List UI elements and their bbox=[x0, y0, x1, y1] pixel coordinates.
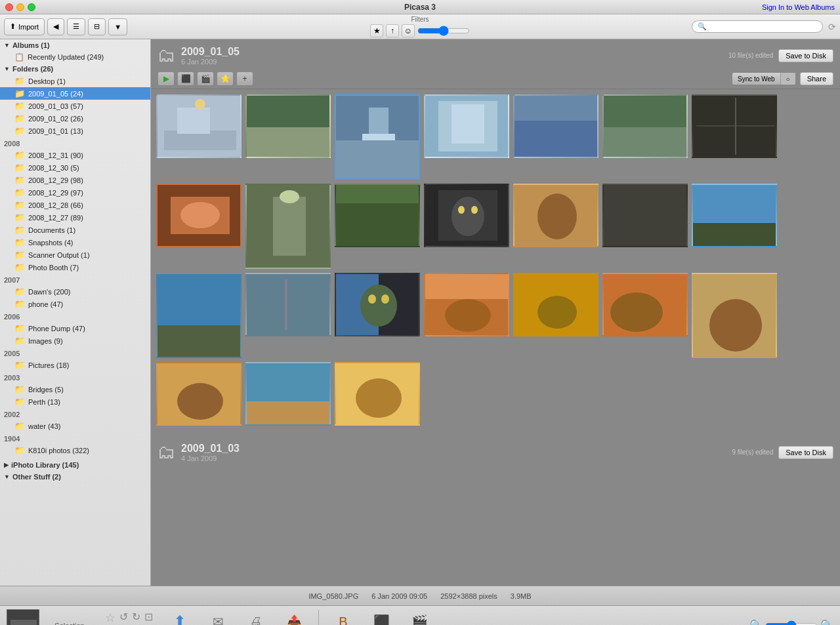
sidebar-item-2008-12-30[interactable]: 📁2008_12_30 (5) bbox=[0, 161, 150, 174]
movie-button[interactable]: 🎬 Movie bbox=[403, 610, 436, 625]
share-button[interactable]: Share bbox=[800, 72, 833, 85]
sidebar-item-2008-12-28[interactable]: 📁2008_12_28 (66) bbox=[0, 199, 150, 211]
sidebar-item-2009-01-03[interactable]: 📁 2009_01_03 (57) bbox=[0, 100, 150, 112]
blog-button[interactable]: B BlogThis! bbox=[327, 610, 360, 625]
photo-thumb[interactable] bbox=[245, 184, 331, 269]
photo-thumb[interactable] bbox=[513, 94, 598, 158]
collage-button[interactable]: ⬛ Collage bbox=[365, 610, 398, 625]
photo-thumb[interactable] bbox=[156, 184, 242, 247]
sidebar-item-2009-01-02[interactable]: 📁 2009_01_02 (26) bbox=[0, 112, 150, 125]
status-dimensions: 2592×3888 pixels bbox=[440, 592, 497, 600]
sidebar-item-2009-01-05[interactable]: 📁 2009_01_05 (24) bbox=[0, 87, 150, 100]
photo-thumb[interactable] bbox=[692, 94, 777, 158]
toolbar-back-button[interactable]: ◀ bbox=[47, 18, 64, 35]
save-to-disk-button-1[interactable]: Save to Disk bbox=[778, 49, 833, 62]
photo-thumb[interactable] bbox=[335, 184, 420, 247]
folders-section-header[interactable]: ▼ Folders (26) bbox=[0, 63, 150, 75]
sync-web-label[interactable]: Sync to Web bbox=[732, 73, 780, 85]
sidebar-item-scanner[interactable]: 📁Scanner Output (1) bbox=[0, 249, 150, 261]
photo-thumb[interactable] bbox=[424, 184, 509, 247]
bottom-thumbnail[interactable] bbox=[7, 609, 39, 626]
play-button[interactable]: ▶ bbox=[158, 71, 175, 86]
star-button[interactable]: ⭐ bbox=[217, 71, 234, 86]
share-small-icon[interactable]: ⊡ bbox=[144, 611, 153, 625]
print-button[interactable]: 🖨 Print bbox=[240, 610, 272, 625]
photo-thumb[interactable] bbox=[156, 273, 242, 358]
filter-upload-button[interactable]: ↑ bbox=[386, 24, 399, 37]
sidebar-item-2008-12-27[interactable]: 📁2008_12_27 (89) bbox=[0, 211, 150, 224]
window-controls[interactable] bbox=[5, 3, 35, 11]
photo-thumb[interactable] bbox=[513, 184, 598, 247]
sidebar-item-snapshots[interactable]: 📁Snapshots (4) bbox=[0, 236, 150, 249]
photo-thumb[interactable] bbox=[335, 273, 420, 336]
sidebar-item-phone[interactable]: 📁phone (47) bbox=[0, 298, 150, 310]
save-to-disk-button-2[interactable]: Save to Disk bbox=[778, 446, 833, 459]
photo-thumb[interactable] bbox=[692, 184, 777, 247]
content-area[interactable]: 🗂 2009_01_05 6 Jan 2009 10 file(s) edite… bbox=[151, 39, 840, 586]
sidebar-item-images[interactable]: 📁Images (9) bbox=[0, 334, 150, 347]
photo-thumb[interactable] bbox=[692, 273, 777, 358]
sync-on-off[interactable]: ○ bbox=[780, 73, 795, 85]
rotate-ccw-icon[interactable]: ↺ bbox=[119, 611, 128, 625]
iphoto-section-header[interactable]: ▶ iPhoto Library (145) bbox=[0, 459, 150, 471]
sidebar-item-dawns[interactable]: 📁Dawn's (200) bbox=[0, 285, 150, 298]
folder-icon: 📁 bbox=[14, 101, 25, 111]
photo-thumb[interactable] bbox=[602, 273, 688, 336]
sidebar-item-2009-01-01[interactable]: 📁 2009_01_01 (13) bbox=[0, 125, 150, 137]
upload-button[interactable]: ⬆ Upload bbox=[163, 610, 196, 625]
rotate-cw-icon[interactable]: ↻ bbox=[132, 611, 140, 625]
sync-toggle[interactable]: Sync to Web ○ bbox=[732, 72, 796, 85]
export-button[interactable]: 📤 Export bbox=[278, 610, 310, 625]
photo-thumb[interactable] bbox=[602, 94, 688, 158]
photo-svg bbox=[514, 184, 597, 247]
sidebar-item-water[interactable]: 📁water (43) bbox=[0, 420, 150, 432]
maximize-button[interactable] bbox=[28, 3, 35, 11]
sidebar-item-documents[interactable]: 📁Documents (1) bbox=[0, 224, 150, 236]
photo-thumb[interactable] bbox=[245, 362, 331, 426]
sidebar-item-recently-updated[interactable]: 📋 Recently Updated (249) bbox=[0, 51, 150, 63]
albums-section-header[interactable]: ▼ Albums (1) bbox=[0, 39, 150, 51]
sidebar-item-desktop[interactable]: 📁 Desktop (1) bbox=[0, 75, 150, 87]
movie-button[interactable]: 🎬 bbox=[197, 71, 214, 86]
sidebar-item-pictures[interactable]: 📁Pictures (18) bbox=[0, 359, 150, 371]
photo-thumb[interactable] bbox=[245, 94, 331, 158]
sidebar-item-k810i[interactable]: 📁K810i photos (322) bbox=[0, 444, 150, 456]
sign-in-link[interactable]: Sign In to Web Albums bbox=[762, 3, 835, 11]
zoom-in-icon[interactable]: 🔍 bbox=[820, 619, 833, 625]
email-button[interactable]: ✉ Email bbox=[201, 610, 234, 625]
sidebar-item-2008-12-29b[interactable]: 📁2008_12_29 (97) bbox=[0, 186, 150, 199]
search-box[interactable]: 🔍 bbox=[692, 20, 823, 33]
sidebar-item-phonedump[interactable]: 📁Phone Dump (47) bbox=[0, 322, 150, 334]
star-icon[interactable]: ☆ bbox=[105, 611, 116, 625]
import-button[interactable]: ⬆ Import bbox=[4, 18, 45, 35]
photo-thumb[interactable] bbox=[424, 94, 509, 158]
photo-thumb[interactable] bbox=[335, 362, 420, 426]
close-button[interactable] bbox=[5, 3, 13, 11]
photo-thumb[interactable] bbox=[602, 184, 688, 247]
sidebar-item-bridges[interactable]: 📁Bridges (5) bbox=[0, 383, 150, 395]
minimize-button[interactable] bbox=[16, 3, 24, 11]
toolbar-list-view[interactable]: ☰ bbox=[67, 18, 85, 35]
slideshow-button[interactable]: ⬛ bbox=[177, 71, 194, 86]
toolbar-grid-view[interactable]: ⊟ bbox=[88, 18, 106, 35]
photo-thumb[interactable] bbox=[513, 273, 598, 336]
toolbar-dropdown[interactable]: ▼ bbox=[108, 18, 127, 35]
photo-thumb[interactable] bbox=[424, 273, 509, 336]
sidebar-item-2008-12-29a[interactable]: 📁2008_12_29 (98) bbox=[0, 174, 150, 186]
filter-people-button[interactable]: ☺ bbox=[402, 24, 415, 37]
sidebar-item-2008-12-31[interactable]: 📁2008_12_31 (90) bbox=[0, 149, 150, 161]
photo-thumb[interactable] bbox=[156, 94, 242, 158]
filter-star-button[interactable]: ★ bbox=[370, 24, 383, 37]
search-input[interactable] bbox=[709, 23, 817, 31]
photo-thumb-selected[interactable] bbox=[335, 94, 420, 180]
add-button[interactable]: + bbox=[236, 71, 253, 86]
photo-thumb[interactable] bbox=[245, 273, 331, 336]
other-section-header[interactable]: ▼ Other Stuff (2) bbox=[0, 471, 150, 483]
refresh-button[interactable]: ⟳ bbox=[828, 22, 836, 32]
zoom-out-icon[interactable]: 🔍 bbox=[749, 619, 763, 625]
filter-slider[interactable] bbox=[417, 26, 470, 35]
sidebar-item-perth[interactable]: 📁Perth (13) bbox=[0, 395, 150, 408]
zoom-slider[interactable] bbox=[765, 620, 818, 626]
sidebar-item-photobooth[interactable]: 📁Photo Booth (7) bbox=[0, 261, 150, 273]
photo-thumb[interactable] bbox=[156, 362, 242, 426]
